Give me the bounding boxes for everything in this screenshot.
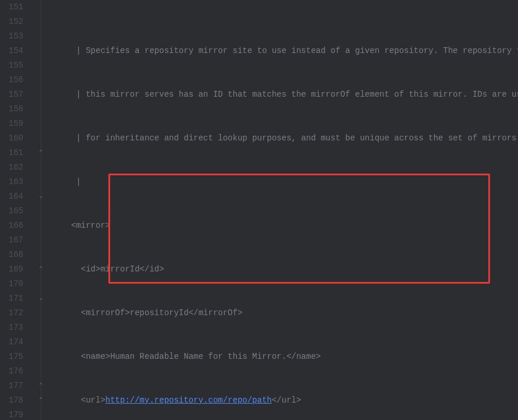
- line-number: 179: [0, 408, 23, 420]
- line-number: 162: [0, 160, 23, 175]
- comment-text: <url>: [71, 396, 105, 405]
- line-number: 171: [0, 291, 23, 306]
- line-number: 151: [0, 0, 23, 15]
- line-number: 157: [0, 87, 23, 102]
- fold-marker-icon[interactable]: ⌃: [37, 266, 44, 273]
- line-number: 153: [0, 29, 23, 44]
- line-number: 155: [0, 58, 23, 73]
- line-number: 178: [0, 393, 23, 408]
- fold-marker-icon[interactable]: ⌄: [37, 295, 44, 302]
- line-number: 168: [0, 248, 23, 262]
- line-number: 156: [0, 73, 23, 87]
- line-number: 152: [0, 15, 23, 29]
- comment-text: <name>Human Readable Name for this Mirro…: [71, 352, 320, 361]
- fold-marker-icon[interactable]: ⌄: [37, 193, 44, 200]
- line-number: 161: [0, 146, 23, 160]
- fold-column: ⌃ ⌄ ⌃ ⌄ ⌃ ⌃: [34, 0, 50, 420]
- code-editor[interactable]: 1511521531541551561571581591601611621631…: [0, 0, 518, 420]
- comment-text: |: [71, 177, 81, 186]
- fold-marker-icon[interactable]: ⌃: [37, 397, 44, 404]
- comment-text: | Specifies a repository mirror site to …: [71, 46, 518, 55]
- code-area[interactable]: | Specifies a repository mirror site to …: [50, 0, 518, 420]
- comment-text: <mirrorOf>repositoryId</mirrorOf>: [71, 308, 242, 317]
- line-number: 159: [0, 117, 23, 131]
- line-number: 170: [0, 277, 23, 291]
- line-number: 172: [0, 306, 23, 320]
- comment-link[interactable]: http://my.repository.com/repo/path: [105, 396, 272, 405]
- comment-text: | this mirror serves has an ID that matc…: [71, 90, 518, 99]
- fold-marker-icon[interactable]: ⌃: [37, 382, 44, 389]
- line-number: 163: [0, 175, 23, 189]
- line-number: 167: [0, 233, 23, 248]
- line-number: 169: [0, 262, 23, 277]
- line-number: 176: [0, 364, 23, 379]
- comment-text: | for inheritance and direct lookup purp…: [71, 133, 518, 143]
- line-number: 174: [0, 335, 23, 350]
- line-number: 173: [0, 320, 23, 335]
- comment-text: <mirror>: [71, 221, 110, 230]
- line-number: 158: [0, 102, 23, 117]
- line-number: 177: [0, 379, 23, 393]
- fold-marker-icon[interactable]: ⌃: [37, 149, 44, 156]
- comment-text: <id>mirrorId</id>: [71, 264, 164, 274]
- line-number: 175: [0, 350, 23, 364]
- line-number: 166: [0, 218, 23, 233]
- line-number: 164: [0, 189, 23, 204]
- line-number: 165: [0, 204, 23, 218]
- line-number: 160: [0, 131, 23, 146]
- line-number-gutter: 1511521531541551561571581591601611621631…: [0, 0, 34, 420]
- line-number: 154: [0, 44, 23, 58]
